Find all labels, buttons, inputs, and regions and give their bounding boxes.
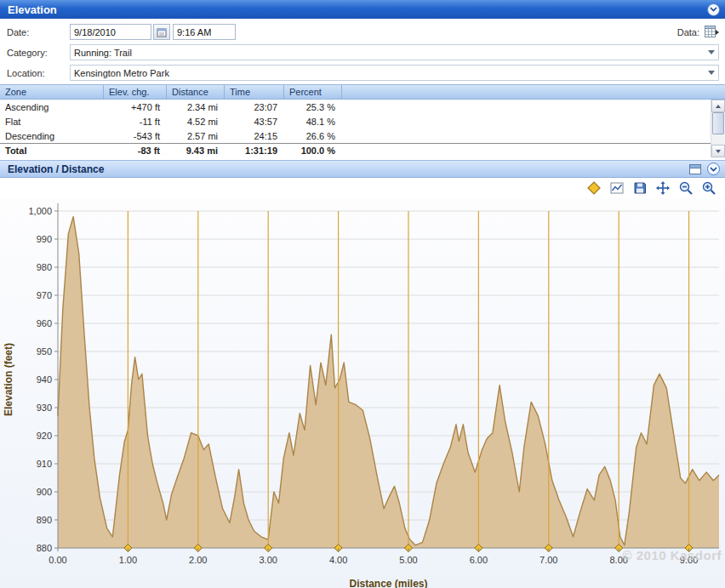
chart-image-button[interactable]	[609, 180, 625, 196]
time-input[interactable]	[173, 24, 236, 40]
svg-text:Distance (miles): Distance (miles)	[349, 578, 427, 588]
percent-cell: 26.6 %	[284, 131, 342, 141]
scrollbar-down-button[interactable]	[711, 145, 725, 157]
svg-text:930: 930	[37, 402, 52, 413]
elev-chg-cell: -11 ft	[104, 117, 167, 127]
time-cell: 24:15	[225, 131, 284, 141]
data-label: Data:	[677, 27, 704, 37]
zone-table-body: Ascending +470 ft 2.34 mi 23:07 25.3 % F…	[0, 100, 725, 157]
zone-cell: Descending	[0, 131, 104, 141]
svg-text:960: 960	[37, 318, 52, 328]
table-scrollbar[interactable]	[711, 100, 725, 157]
elevation-distance-chart[interactable]: 8808909009109209309409509609709809901,00…	[0, 198, 725, 588]
percent-cell: 100.0 %	[284, 146, 342, 156]
svg-text:990: 990	[37, 234, 52, 244]
panel-title: Elevation	[8, 3, 707, 16]
svg-text:1,000: 1,000	[28, 206, 52, 216]
chart-section-title: Elevation / Distance	[8, 163, 688, 175]
svg-text:890: 890	[37, 515, 52, 525]
date-label: Date:	[0, 27, 70, 37]
distance-cell: 4.52 mi	[167, 117, 225, 127]
svg-text:3.00: 3.00	[259, 555, 277, 565]
time-cell: 1:31:19	[225, 146, 284, 156]
pan-button[interactable]	[655, 180, 671, 196]
svg-text:4.00: 4.00	[329, 555, 347, 565]
svg-text:Elevation (feet): Elevation (feet)	[3, 343, 14, 416]
svg-text:6.00: 6.00	[470, 555, 488, 565]
time-cell: 23:07	[225, 102, 284, 112]
column-header-time[interactable]: Time	[225, 85, 284, 99]
location-label: Location:	[0, 68, 70, 78]
elevation-chart-panel: 8808909009109209309409509609709809901,00…	[0, 198, 725, 588]
category-select[interactable]: Running: Trail	[70, 44, 719, 60]
panel-title-bar: Elevation	[0, 0, 725, 19]
zone-cell: Ascending	[0, 102, 104, 112]
svg-text:7.00: 7.00	[539, 555, 557, 565]
distance-cell: 2.57 mi	[167, 131, 225, 141]
calendar-icon	[157, 27, 167, 37]
distance-cell: 9.43 mi	[167, 146, 225, 156]
svg-text:0.00: 0.00	[49, 555, 66, 565]
distance-cell: 2.34 mi	[167, 102, 225, 112]
zoom-in-button[interactable]	[701, 180, 716, 196]
zoom-out-button[interactable]	[678, 180, 694, 196]
svg-text:910: 910	[37, 459, 52, 469]
calendar-button[interactable]	[153, 24, 170, 40]
svg-text:2.00: 2.00	[189, 555, 207, 565]
svg-text:900: 900	[37, 487, 52, 497]
chart-toolbar	[0, 178, 725, 198]
zone-cell: Total	[0, 146, 104, 156]
svg-text:920: 920	[37, 431, 52, 441]
chevron-down-icon	[710, 7, 717, 12]
split-view-icon[interactable]	[688, 163, 702, 175]
category-label: Category:	[0, 48, 70, 58]
arrow-up-icon	[716, 105, 721, 108]
chart-section-header: Elevation / Distance	[0, 160, 725, 178]
svg-text:980: 980	[37, 262, 52, 272]
table-row-descending[interactable]: Descending -543 ft 2.57 mi 24:15 26.6 %	[0, 128, 725, 143]
column-header-distance[interactable]: Distance	[167, 85, 225, 99]
zone-table-header: Zone Elev. chg. Distance Time Percent	[0, 84, 725, 100]
activity-form: Date: Data: Category:	[0, 19, 725, 82]
marker-toggle-button[interactable]	[586, 180, 602, 196]
diamond-icon	[588, 182, 600, 194]
chart-collapse-button[interactable]	[707, 163, 720, 175]
svg-text:970: 970	[37, 290, 52, 300]
panel-collapse-button[interactable]	[707, 3, 720, 16]
elev-chg-cell: -83 ft	[104, 146, 167, 156]
time-cell: 43:57	[225, 117, 284, 127]
column-header-spacer	[342, 85, 725, 99]
chevron-down-icon	[710, 167, 717, 172]
table-row-total[interactable]: Total -83 ft 9.43 mi 1:31:19 100.0 %	[0, 143, 725, 157]
elev-chg-cell: +470 ft	[104, 102, 167, 112]
column-header-zone[interactable]: Zone	[0, 85, 104, 99]
chevron-down-icon	[708, 50, 715, 54]
svg-text:1.00: 1.00	[119, 555, 137, 565]
zone-cell: Flat	[0, 117, 104, 127]
svg-text:880: 880	[37, 543, 52, 553]
location-value: Kensington Metro Park	[74, 68, 169, 78]
svg-text:© 2010 Kasdorf: © 2010 Kasdorf	[623, 548, 722, 562]
data-export-icon[interactable]	[704, 25, 720, 39]
column-header-elev-chg[interactable]: Elev. chg.	[104, 85, 167, 99]
svg-text:5.00: 5.00	[399, 555, 417, 565]
elev-chg-cell: -543 ft	[104, 131, 167, 141]
save-button[interactable]	[632, 180, 648, 196]
chevron-down-icon	[708, 71, 715, 75]
scrollbar-thumb[interactable]	[712, 112, 724, 134]
scrollbar-up-button[interactable]	[711, 100, 725, 112]
svg-text:950: 950	[37, 346, 52, 357]
pan-icon	[656, 181, 670, 195]
date-input[interactable]	[70, 24, 151, 40]
column-header-percent[interactable]: Percent	[284, 85, 342, 99]
percent-cell: 25.3 %	[284, 102, 342, 112]
location-select[interactable]: Kensington Metro Park	[70, 65, 719, 81]
table-row-flat[interactable]: Flat -11 ft 4.52 mi 43:57 48.1 %	[0, 114, 725, 128]
arrow-down-icon	[716, 150, 721, 153]
svg-text:940: 940	[37, 374, 52, 385]
category-value: Running: Trail	[74, 48, 132, 58]
scrollbar-track[interactable]	[711, 112, 725, 145]
percent-cell: 48.1 %	[284, 117, 342, 127]
table-row-ascending[interactable]: Ascending +470 ft 2.34 mi 23:07 25.3 %	[0, 100, 725, 114]
